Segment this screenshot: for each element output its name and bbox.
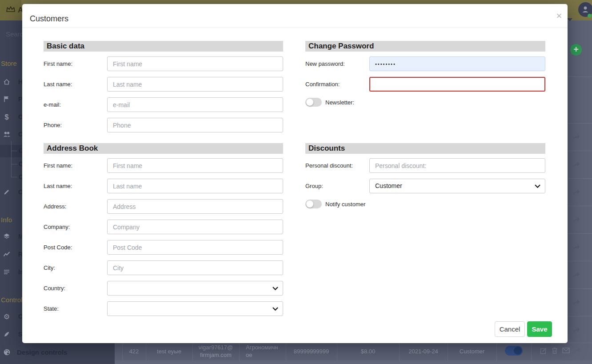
envelope-icon[interactable] <box>562 347 570 355</box>
modal-right-column: Change Password New password: •••••••• C… <box>305 4 545 343</box>
next-table-row <box>115 360 592 364</box>
confirmation-input[interactable] <box>369 77 545 92</box>
share-icon[interactable] <box>573 327 580 333</box>
field-address: Address: <box>44 199 283 214</box>
company-input[interactable] <box>107 220 283 234</box>
row-cell-email: vigar97617@firmjam.com <box>192 344 239 359</box>
field-country: Country: <box>44 281 283 296</box>
share-icon[interactable] <box>573 299 580 306</box>
chevron-down-icon <box>534 184 541 188</box>
address-first-name-input[interactable] <box>107 158 283 173</box>
field-label: Last name: <box>44 81 72 88</box>
field-city: City: <box>44 260 283 275</box>
close-icon[interactable]: × <box>554 11 564 21</box>
share-icon[interactable] <box>573 161 580 168</box>
cancel-button[interactable]: Cancel <box>495 321 525 337</box>
field-new-password: New password: •••••••• <box>305 56 545 71</box>
row-cell-name: test eyые <box>146 348 192 355</box>
section-discounts: Discounts <box>305 143 545 154</box>
field-label: New password: <box>305 60 345 67</box>
field-post-code: Post Code: <box>44 240 283 255</box>
field-phone: Phone: <box>44 118 283 132</box>
phone-input[interactable] <box>107 118 283 132</box>
country-select[interactable] <box>107 281 283 296</box>
add-customer-button[interactable]: + <box>570 44 582 56</box>
field-personal-discount: Personal discount: <box>305 158 545 173</box>
post-code-input[interactable] <box>107 240 283 255</box>
field-address-first-name: First name: <box>44 158 283 173</box>
pencil-icon <box>3 188 11 196</box>
modal-left-column: Basic data First name: Last name: e-mail… <box>44 4 283 343</box>
last-name-input[interactable] <box>107 77 283 92</box>
row-cell-total: $8.00 <box>337 348 399 355</box>
field-newsletter: Newsletter: <box>305 98 545 112</box>
trash-icon[interactable] <box>552 347 558 356</box>
chevron-down-icon <box>272 286 279 291</box>
field-label: Last name: <box>44 183 72 189</box>
share-icon[interactable] <box>573 272 580 278</box>
customers-icon <box>3 131 11 139</box>
new-password-input[interactable]: •••••••• <box>369 56 545 71</box>
customers-modal: Customers × Basic data First name: Last … <box>22 4 568 343</box>
edit-icon[interactable] <box>540 347 547 356</box>
field-label: Personal discount: <box>305 162 353 169</box>
palette-icon <box>3 348 11 356</box>
row-cell-phone: 89999999999 <box>286 348 337 355</box>
newsletter-toggle[interactable] <box>305 98 322 107</box>
state-select[interactable] <box>107 301 283 316</box>
city-input[interactable] <box>107 260 283 275</box>
chevron-down-icon <box>567 18 572 21</box>
first-name-input[interactable] <box>107 56 283 71</box>
toggle-knob <box>306 99 313 106</box>
flag-icon <box>3 96 11 104</box>
field-label: Post Code: <box>44 244 72 251</box>
sidebar-section-info: Info <box>1 216 12 224</box>
field-label: Group: <box>305 183 323 189</box>
row-cell-id: 422 <box>122 348 146 355</box>
list-icon <box>3 268 11 276</box>
group-select[interactable]: Customer <box>369 179 545 193</box>
share-icon[interactable] <box>573 189 580 196</box>
toggle-knob <box>306 200 313 208</box>
row-cell-group: Customer <box>448 348 496 355</box>
share-icon[interactable] <box>574 347 581 356</box>
save-button[interactable]: Save <box>527 321 552 337</box>
field-label: Confirmation: <box>305 81 340 88</box>
field-email: e-mail: <box>44 97 283 112</box>
field-label: Address: <box>44 203 66 210</box>
row-cell-date: 2021-09-24 <box>399 348 448 355</box>
address-last-name-input[interactable] <box>107 179 283 193</box>
field-label: Phone: <box>44 122 62 128</box>
online-status-dot <box>588 14 592 18</box>
email-input[interactable] <box>107 97 283 112</box>
newsletter-label: Newsletter: <box>325 99 354 106</box>
field-first-name: First name: <box>44 56 283 71</box>
sidebar-item-design-controls[interactable]: Design controls <box>0 346 115 359</box>
address-input[interactable] <box>107 199 283 214</box>
home-icon <box>3 78 11 86</box>
field-label: City: <box>44 264 55 271</box>
share-icon[interactable] <box>573 244 580 251</box>
share-icon[interactable] <box>573 216 580 223</box>
row-cell-company: Агрономичное <box>239 344 286 359</box>
sidebar-section-store: Store <box>1 60 17 67</box>
field-label: Company: <box>44 224 70 230</box>
field-label: First name: <box>44 60 72 67</box>
field-company: Company: <box>44 220 283 234</box>
field-label: e-mail: <box>44 101 61 108</box>
row-active-toggle[interactable] <box>505 346 523 356</box>
section-basic-data: Basic data <box>44 41 283 52</box>
layers-icon <box>3 233 11 241</box>
personal-discount-input[interactable] <box>369 158 545 173</box>
notify-customer-toggle[interactable] <box>305 200 322 208</box>
sidebar-section-control: Control <box>1 296 22 304</box>
share-icon[interactable] <box>573 134 580 140</box>
field-notify-customer: Notify customer <box>305 200 545 214</box>
brush-icon <box>3 331 11 339</box>
field-label: Country: <box>44 285 65 292</box>
field-label: State: <box>44 305 59 312</box>
field-state: State: <box>44 301 283 316</box>
person-icon <box>581 5 589 13</box>
gear-icon: ⚙ <box>3 313 11 321</box>
notify-customer-label: Notify customer <box>325 201 365 208</box>
